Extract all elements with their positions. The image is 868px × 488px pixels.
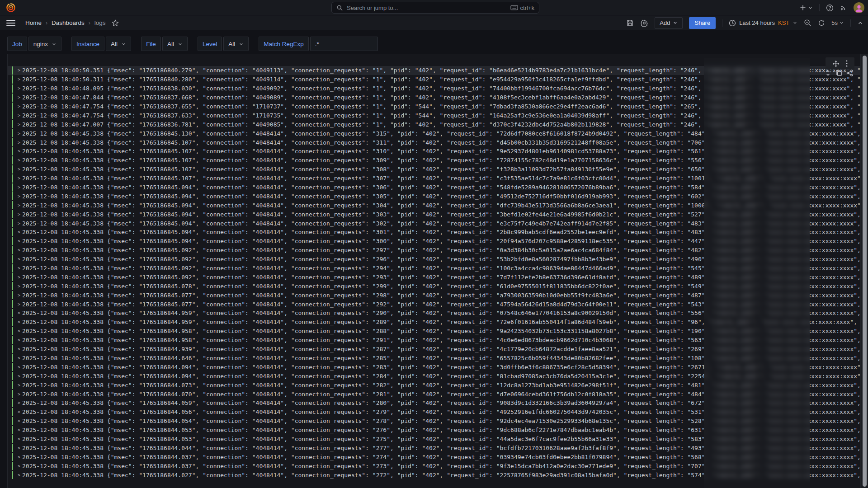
share-link-icon[interactable] <box>846 70 853 76</box>
expand-row-icon[interactable]: > <box>16 365 22 370</box>
log-row[interactable]: >2025-12-08 18:40:45.338 {"msec": "17651… <box>8 228 860 237</box>
scrollbar-thumb[interactable] <box>863 56 867 487</box>
log-row[interactable]: >2025-12-08 18:40:45.338 {"msec": "17651… <box>8 129 860 138</box>
log-row[interactable]: >2025-12-08 18:40:45.338 {"msec": "17651… <box>8 461 860 470</box>
log-row[interactable]: >2025-12-08 18:40:45.338 {"msec": "17651… <box>8 147 860 156</box>
expand-row-icon[interactable]: > <box>16 113 22 118</box>
breadcrumb-item-home[interactable]: Home <box>25 19 42 26</box>
log-row[interactable]: >2025-12-08 18:40:45.338 {"msec": "17651… <box>8 345 860 354</box>
expand-row-icon[interactable]: > <box>16 140 22 145</box>
log-row[interactable]: >2025-12-08 18:40:45.338 {"msec": "17651… <box>8 452 860 461</box>
log-row[interactable]: >2025-12-08 18:40:45.338 {"msec": "17651… <box>8 255 860 264</box>
expand-row-icon[interactable]: > <box>16 400 22 405</box>
expand-row-icon[interactable]: > <box>16 149 22 154</box>
breadcrumb-item-logs[interactable]: logs <box>94 19 106 26</box>
log-row[interactable]: >2025-12-08 18:40:45.338 {"msec": "17651… <box>8 264 860 273</box>
expand-row-icon[interactable]: > <box>16 275 22 280</box>
log-row[interactable]: >2025-12-08 18:40:45.338 {"msec": "17651… <box>8 435 860 444</box>
log-row[interactable]: >2025-12-08 18:40:45.338 {"msec": "17651… <box>8 417 860 426</box>
expand-row-icon[interactable]: > <box>16 167 22 172</box>
refresh-interval-picker[interactable]: 5s <box>831 19 844 26</box>
log-row[interactable]: >2025-12-08 18:40:45.338 {"msec": "17651… <box>8 354 860 363</box>
log-row[interactable]: >2025-12-08 18:40:45.338 {"msec": "17651… <box>8 399 860 408</box>
expand-row-icon[interactable]: > <box>16 436 22 441</box>
variable-value-job[interactable]: nginx <box>28 37 61 51</box>
refresh-button[interactable] <box>818 19 825 27</box>
panel-menu-kebab-icon[interactable] <box>846 60 848 67</box>
expand-row-icon[interactable]: > <box>16 418 22 423</box>
expand-row-icon[interactable]: > <box>16 392 22 397</box>
news-icon[interactable] <box>840 4 847 11</box>
user-avatar[interactable] <box>854 2 864 13</box>
expand-row-icon[interactable]: > <box>16 319 22 324</box>
zoom-out-time-icon[interactable] <box>804 19 811 27</box>
variable-value-level[interactable]: All <box>223 37 249 51</box>
favorite-star-icon[interactable] <box>112 19 119 27</box>
log-row[interactable]: >2025-12-08 18:40:47.007 {"msec": "17651… <box>8 120 860 129</box>
log-row[interactable]: >2025-12-08 18:40:45.338 {"msec": "17651… <box>8 426 860 435</box>
log-row[interactable]: >2025-12-08 18:40:45.338 {"msec": "17651… <box>8 318 860 327</box>
log-row[interactable]: >2025-12-08 18:40:45.338 {"msec": "17651… <box>8 443 860 452</box>
expand-row-icon[interactable]: > <box>16 230 22 235</box>
expand-row-icon[interactable]: > <box>16 473 22 478</box>
panel-move-icon[interactable] <box>832 60 840 67</box>
log-row[interactable]: >2025-12-08 18:40:50.311 {"msec": "17651… <box>8 75 860 84</box>
expand-row-icon[interactable]: > <box>16 221 22 226</box>
expand-row-icon[interactable]: > <box>16 464 22 469</box>
expand-row-icon[interactable]: > <box>16 347 22 352</box>
log-row[interactable]: >2025-12-08 18:40:47.754 {"msec": "17651… <box>8 102 860 111</box>
help-icon[interactable] <box>826 4 834 12</box>
expand-row-icon[interactable]: > <box>16 257 22 262</box>
log-row[interactable]: >2025-12-08 18:40:45.338 {"msec": "17651… <box>8 300 860 309</box>
expand-row-icon[interactable]: > <box>16 95 22 100</box>
log-row[interactable]: >2025-12-08 18:40:45.338 {"msec": "17651… <box>8 272 860 282</box>
expand-row-icon[interactable]: > <box>16 158 22 163</box>
log-row[interactable]: >2025-12-08 18:40:47.754 {"msec": "17651… <box>8 111 860 120</box>
expand-row-icon[interactable]: > <box>16 248 22 253</box>
expand-row-icon[interactable]: > <box>16 446 22 450</box>
expand-row-icon[interactable]: > <box>16 176 22 181</box>
expand-row-icon[interactable]: > <box>16 302 22 307</box>
log-row[interactable]: >2025-12-08 18:40:45.338 {"msec": "17651… <box>8 192 860 201</box>
collapse-toolbar-icon[interactable] <box>857 20 863 26</box>
expand-row-icon[interactable]: > <box>16 427 22 432</box>
breadcrumb-item-dashboards[interactable]: Dashboards <box>52 19 85 26</box>
expand-row-icon[interactable]: > <box>16 131 22 136</box>
expand-row-icon[interactable]: > <box>16 185 22 190</box>
add-panel-button[interactable]: Add <box>655 17 683 29</box>
expand-row-icon[interactable]: > <box>16 338 22 343</box>
expand-row-icon[interactable]: > <box>16 104 22 109</box>
log-row[interactable]: >2025-12-08 18:40:45.338 {"msec": "17651… <box>8 371 860 380</box>
dashboard-settings-icon[interactable] <box>640 19 648 27</box>
expand-row-icon[interactable]: > <box>16 194 22 199</box>
grafana-logo-icon[interactable] <box>6 3 16 13</box>
expand-row-icon[interactable]: > <box>16 86 22 91</box>
sort-order-icon[interactable] <box>825 70 831 76</box>
expand-row-icon[interactable]: > <box>16 293 22 298</box>
expand-row-icon[interactable]: > <box>16 122 22 127</box>
log-row[interactable]: >2025-12-08 18:40:47.844 {"msec": "17651… <box>8 93 860 102</box>
log-row[interactable]: >2025-12-08 18:40:45.338 {"msec": "17651… <box>8 380 860 389</box>
expand-row-icon[interactable]: > <box>16 374 22 379</box>
log-row[interactable]: >2025-12-08 18:40:45.338 {"msec": "17651… <box>8 336 860 345</box>
log-row[interactable]: >2025-12-08 18:40:45.338 {"msec": "17651… <box>8 138 860 147</box>
save-dashboard-icon[interactable] <box>626 19 634 27</box>
expand-row-icon[interactable]: > <box>16 455 22 460</box>
log-row[interactable]: >2025-12-08 18:40:45.338 {"msec": "17651… <box>8 237 860 246</box>
log-row[interactable]: >2025-12-08 18:40:45.338 {"msec": "17651… <box>8 219 860 228</box>
log-row[interactable]: >2025-12-08 18:40:45.338 {"msec": "17651… <box>8 282 860 291</box>
log-row[interactable]: >2025-12-08 18:40:45.338 {"msec": "17651… <box>8 291 860 300</box>
expand-row-icon[interactable]: > <box>16 409 22 414</box>
log-row[interactable]: >2025-12-08 18:40:45.338 {"msec": "17651… <box>8 470 860 479</box>
log-row[interactable]: >2025-12-08 18:40:45.338 {"msec": "17651… <box>8 156 860 165</box>
expand-row-icon[interactable]: > <box>16 383 22 388</box>
log-row[interactable]: >2025-12-08 18:40:50.351 {"msec": "17651… <box>8 66 860 75</box>
log-row[interactable]: >2025-12-08 18:40:45.338 {"msec": "17651… <box>8 201 860 210</box>
variable-value-instance[interactable]: All <box>106 37 131 51</box>
log-row[interactable]: >2025-12-08 18:40:45.338 {"msec": "17651… <box>8 309 860 318</box>
log-row[interactable]: >2025-12-08 18:40:45.338 {"msec": "17651… <box>8 174 860 183</box>
expand-row-icon[interactable]: > <box>16 77 22 82</box>
expand-row-icon[interactable]: > <box>16 328 22 333</box>
expand-row-icon[interactable]: > <box>16 310 22 315</box>
log-row[interactable]: >2025-12-08 18:40:45.338 {"msec": "17651… <box>8 246 860 255</box>
